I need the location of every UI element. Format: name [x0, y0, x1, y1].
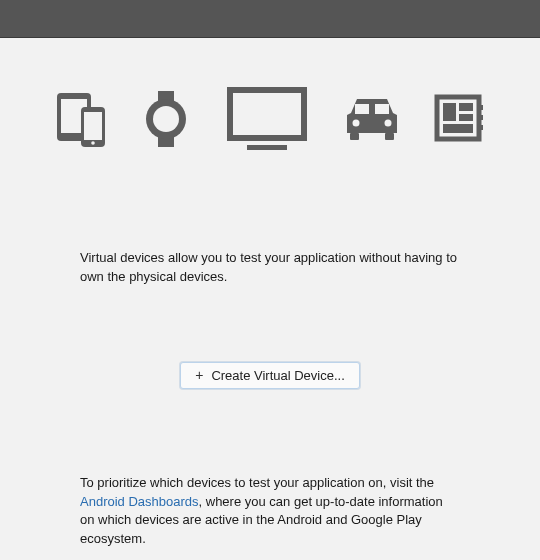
watch-icon — [141, 89, 191, 153]
button-container: + Create Virtual Device... — [0, 362, 540, 389]
tv-icon — [223, 83, 311, 159]
phone-tablet-icon — [55, 89, 109, 153]
svg-rect-13 — [375, 104, 389, 114]
svg-point-14 — [353, 120, 360, 127]
description-text: Virtual devices allow you to test your a… — [80, 249, 460, 287]
main-content: Virtual devices allow you to test your a… — [0, 83, 540, 549]
svg-rect-12 — [355, 104, 369, 114]
car-icon — [343, 93, 401, 149]
window-titlebar — [0, 0, 540, 38]
things-icon — [433, 93, 485, 149]
svg-point-8 — [153, 106, 179, 132]
create-button-label: Create Virtual Device... — [211, 368, 344, 383]
svg-rect-21 — [459, 114, 473, 121]
svg-rect-17 — [385, 133, 394, 140]
svg-rect-19 — [443, 103, 456, 121]
plus-icon: + — [195, 368, 203, 382]
svg-rect-22 — [443, 124, 473, 133]
create-virtual-device-button[interactable]: + Create Virtual Device... — [180, 362, 360, 389]
svg-rect-20 — [459, 103, 473, 111]
footer-pre: To prioritize which devices to test your… — [80, 475, 434, 490]
svg-point-15 — [385, 120, 392, 127]
svg-rect-10 — [233, 93, 301, 135]
footer-text: To prioritize which devices to test your… — [80, 474, 460, 549]
svg-rect-11 — [247, 145, 287, 150]
android-dashboards-link[interactable]: Android Dashboards — [80, 494, 199, 509]
svg-rect-3 — [84, 112, 102, 140]
svg-rect-16 — [350, 133, 359, 140]
svg-point-4 — [91, 141, 95, 145]
svg-rect-24 — [479, 115, 483, 120]
device-icon-row — [0, 83, 540, 159]
svg-rect-23 — [479, 105, 483, 110]
svg-rect-25 — [479, 125, 483, 130]
